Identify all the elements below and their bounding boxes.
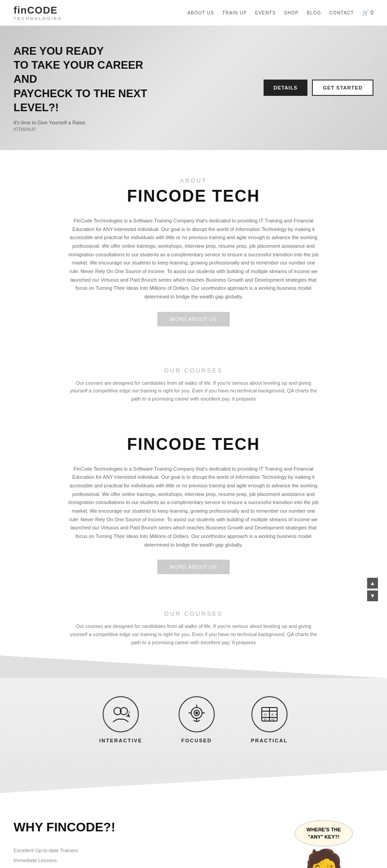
nav-blog[interactable]: BLOG xyxy=(307,10,321,15)
hero-hashtag: #TRAINUP xyxy=(14,127,373,132)
homer-character: 🤦 xyxy=(298,850,349,868)
details-button[interactable]: DETAILS xyxy=(264,80,307,96)
svg-text:=0: =0 xyxy=(271,718,274,721)
practical-label: PRACTICAL xyxy=(251,738,288,743)
cart-icon[interactable]: 🛒 0 xyxy=(362,9,373,16)
bubble-text: WHERE'S THE "ANY" KEY?! xyxy=(294,820,353,847)
courses-label: OUR COURSES xyxy=(14,367,373,374)
diagonal-separator-2 xyxy=(0,770,387,793)
svg-text:X: X xyxy=(271,712,274,717)
scroll-down-button[interactable]: ▼ xyxy=(367,590,378,601)
about-section-2: FINCODE TECH FinCode Technologies is a S… xyxy=(0,417,387,593)
about-title-2: FINCODE TECH xyxy=(14,435,373,454)
hero-tagline: It's time to Give Yourself a Raise. xyxy=(14,120,373,125)
focused-label: FOCUSED xyxy=(179,738,215,743)
header: finCODE TECHNOLOGIES ABOUT US TRAIN UP E… xyxy=(0,0,387,26)
get-started-button[interactable]: GET STARTED xyxy=(312,80,373,96)
courses-section-2: OUR COURSES Our courses are designed for… xyxy=(0,592,387,656)
interactive-icon xyxy=(103,696,139,732)
svg-text:O: O xyxy=(264,712,267,717)
focused-icon xyxy=(179,696,215,732)
logo-sub: TECHNOLOGIES xyxy=(14,16,62,21)
diagonal-separator xyxy=(0,656,387,678)
svg-text:+: + xyxy=(275,712,277,717)
nav-trainup[interactable]: TRAIN UP xyxy=(222,10,247,15)
why-list: Excellent Up-to-date TrainersImmediate L… xyxy=(14,845,256,868)
interactive-label: INTERACTIVE xyxy=(99,738,142,743)
more-about-button-2[interactable]: MORE ABOUT US xyxy=(157,560,230,574)
hero-heading: ARE YOU READY TO TAKE YOUR CAREER AND PA… xyxy=(14,44,158,114)
svg-text:X=: X= xyxy=(264,718,268,721)
courses-desc-2: Our courses are designed for candidates … xyxy=(67,623,320,646)
features-section: INTERACTIVE FOCUSED O X + xyxy=(0,678,387,770)
about-body-2: FinCode Technologies is a Software Train… xyxy=(67,465,320,549)
more-about-button[interactable]: MORE ABOUT US xyxy=(157,312,230,326)
logo: finCODE TECHNOLOGIES xyxy=(14,5,62,21)
hero-section: ARE YOU READY TO TAKE YOUR CAREER AND PA… xyxy=(0,26,387,150)
hero-buttons: DETAILS GET STARTED xyxy=(264,80,373,96)
feature-interactive: INTERACTIVE xyxy=(99,696,142,743)
nav-about[interactable]: ABOUT US xyxy=(188,10,214,15)
practical-icon: O X + X= =0 xyxy=(251,696,288,732)
nav-contact[interactable]: CONTACT xyxy=(329,10,354,15)
scroll-up-button[interactable]: ▲ xyxy=(367,578,378,589)
why-title: WHY FINCODE?! xyxy=(14,820,256,835)
svg-point-4 xyxy=(196,712,198,714)
about-title: FINCODE TECH xyxy=(14,187,373,206)
why-left: WHY FINCODE?! Excellent Up-to-date Train… xyxy=(14,820,256,868)
why-section: WHY FINCODE?! Excellent Up-to-date Train… xyxy=(0,793,387,868)
about-section: ABOUT FINCODE TECH FinCode Technologies … xyxy=(0,150,387,344)
courses-section: OUR COURSES Our courses are designed for… xyxy=(0,344,387,417)
feature-focused: FOCUSED xyxy=(179,696,215,743)
scroll-buttons: ▲ ▼ xyxy=(367,578,378,601)
nav-shop[interactable]: SHOP xyxy=(284,10,298,15)
nav-events[interactable]: EVENTS xyxy=(255,10,276,15)
about-label: ABOUT xyxy=(14,177,373,184)
feature-practical: O X + X= =0 PRACTICAL xyxy=(251,696,288,743)
about-body: FinCode Technologies is a Software Train… xyxy=(67,217,320,301)
courses-label-2: OUR COURSES xyxy=(14,610,373,617)
list-item: Immediate Lessons xyxy=(14,855,256,865)
why-right: WHERE'S THE "ANY" KEY?! 🤦 xyxy=(274,820,373,868)
list-item: Excellent Up-to-date Trainers xyxy=(14,845,256,855)
courses-desc: Our courses are designed for candidates … xyxy=(67,379,320,403)
main-nav: ABOUT US TRAIN UP EVENTS SHOP BLOG CONTA… xyxy=(188,9,373,16)
logo-text: finCODE xyxy=(14,5,57,16)
list-item: Complimentary Financial Literacy Trainin… xyxy=(14,865,256,868)
